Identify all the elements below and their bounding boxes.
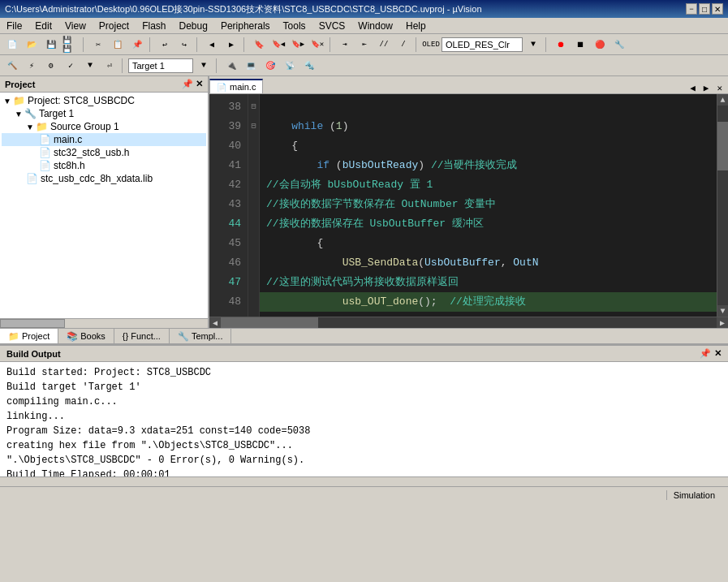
- target-dropdown[interactable]: ▼: [195, 58, 213, 74]
- close-button[interactable]: ✕: [712, 3, 723, 15]
- run-button[interactable]: ⏺: [552, 37, 570, 53]
- combo-arrow[interactable]: ▼: [524, 37, 542, 53]
- editor-hscrollbar[interactable]: ◀ ▶: [209, 317, 728, 328]
- uncomment-button[interactable]: /: [394, 37, 412, 53]
- menu-debug[interactable]: Debug: [173, 19, 214, 33]
- project-close-button[interactable]: ✕: [196, 79, 203, 89]
- tab-functs[interactable]: {} Funct...: [114, 329, 170, 343]
- menu-project[interactable]: Project: [93, 19, 136, 33]
- settings-btn[interactable]: ⚙: [42, 58, 60, 74]
- project-panel-controls: 📌 ✕: [182, 79, 203, 89]
- tree-item-stc32[interactable]: 📄 stc32_stc8_usb.h: [2, 146, 206, 159]
- oled-btn[interactable]: OLED: [422, 37, 440, 53]
- build-btn-2[interactable]: 🔨: [3, 58, 21, 74]
- target-arrow-btn[interactable]: ▼: [81, 58, 99, 74]
- open-file-button[interactable]: 📂: [23, 37, 41, 53]
- tab-project[interactable]: 📁 Project: [0, 329, 58, 343]
- save-button[interactable]: 💾: [42, 37, 60, 53]
- unindent-button[interactable]: ⇤: [355, 37, 373, 53]
- menu-view[interactable]: View: [58, 19, 93, 33]
- project-hscrollbar[interactable]: [0, 318, 208, 328]
- status-bar: Simulation: [0, 486, 728, 502]
- target-name-input[interactable]: Target 1: [128, 58, 193, 73]
- hscroll-thumb[interactable]: [221, 317, 318, 328]
- vscroll-down-button[interactable]: ▼: [717, 305, 729, 317]
- tab-main-c[interactable]: 📄 main.c: [209, 79, 263, 93]
- redo-button[interactable]: ↪: [175, 37, 193, 53]
- fold-39[interactable]: ⊟: [248, 97, 259, 117]
- bookmark-prev-button[interactable]: 🔖◀: [269, 37, 287, 53]
- target-combo[interactable]: OLED_RES_Clr: [442, 37, 523, 52]
- target1-label: Target 1: [39, 108, 74, 119]
- nav-forward-button[interactable]: ▶: [222, 37, 240, 53]
- target3-btn[interactable]: 🎯: [261, 58, 279, 74]
- menu-svcs[interactable]: SVCS: [312, 19, 352, 33]
- flash-btn[interactable]: ⚡: [23, 58, 41, 74]
- stop-button[interactable]: ⏹: [571, 37, 589, 53]
- new-file-button[interactable]: 📄: [3, 37, 21, 53]
- tab-nav-right[interactable]: ▶: [701, 83, 712, 93]
- tree-item-project-root[interactable]: ▼ 📁 Project: STC8_USBCDC: [2, 94, 206, 107]
- hscroll-right-btn[interactable]: ▶: [717, 317, 728, 329]
- indent-button[interactable]: ⇥: [336, 37, 354, 53]
- tab-books[interactable]: 📚 Books: [58, 329, 114, 343]
- bookmark-button[interactable]: 🔖: [250, 37, 268, 53]
- books-tab-label: Books: [80, 331, 106, 341]
- bookmark-clear-button[interactable]: 🔖✕: [308, 37, 326, 53]
- editor-close-button[interactable]: ✕: [714, 83, 725, 93]
- check-btn[interactable]: ✓: [62, 58, 80, 74]
- tree-item-main-c[interactable]: 📄 main.c: [2, 133, 206, 146]
- menu-help[interactable]: Help: [399, 19, 433, 33]
- port-btn[interactable]: 🔌: [222, 58, 240, 74]
- editor-tab-bar: 📄 main.c ◀ ▶ ✕: [209, 76, 728, 94]
- comment-button[interactable]: //: [375, 37, 393, 53]
- minimize-button[interactable]: －: [686, 3, 697, 15]
- device-btn[interactable]: 💻: [242, 58, 260, 74]
- build-output-content[interactable]: Build started: Project: STC8_USBCDC Buil…: [0, 362, 728, 476]
- build-line-8: Build Time Elapsed: 00:00:01: [6, 468, 722, 476]
- menu-window[interactable]: Window: [351, 19, 399, 33]
- run-stop-btn[interactable]: ⏎: [101, 58, 118, 74]
- bookmark-next-button[interactable]: 🔖▶: [289, 37, 307, 53]
- tree-item-lib[interactable]: 📄 stc_usb_cdc_8h_xdata.lib: [2, 172, 206, 185]
- line-num-46: 46: [216, 253, 241, 273]
- paste-button[interactable]: 📌: [128, 37, 146, 53]
- templ-tab-icon: 🔧: [178, 331, 189, 342]
- maximize-button[interactable]: □: [699, 3, 710, 15]
- fold-44[interactable]: ⊟: [248, 117, 259, 136]
- code-line-38: while (1): [266, 120, 348, 132]
- line-num-39: 39: [216, 117, 241, 136]
- save-all-button[interactable]: 💾💾: [62, 37, 80, 53]
- code-content[interactable]: while (1) { if (bUsbOutReady) //当硬件接收完成 …: [260, 94, 717, 317]
- toolbar2-sep-1: [122, 58, 125, 73]
- build-line-4: linking...: [6, 409, 722, 424]
- tree-item-stc8h[interactable]: 📄 stc8h.h: [2, 159, 206, 172]
- tab-nav-left[interactable]: ◀: [687, 83, 698, 93]
- menu-tools[interactable]: Tools: [277, 19, 312, 33]
- plugin-btn[interactable]: 🔩: [300, 58, 318, 74]
- build-output-close[interactable]: ✕: [714, 348, 722, 359]
- editor-vscrollbar[interactable]: ▲ ▼: [717, 94, 728, 317]
- tree-item-target1[interactable]: ▼ 🔧 Target 1: [2, 107, 206, 120]
- stc32-file-icon: 📄: [39, 147, 51, 158]
- copy-button[interactable]: 📋: [109, 37, 127, 53]
- vscroll-up-button[interactable]: ▲: [717, 94, 729, 106]
- tab-templ[interactable]: 🔧 Templ...: [170, 329, 232, 343]
- build-output-pin[interactable]: 📌: [700, 348, 711, 359]
- menu-peripherals[interactable]: Peripherals: [214, 19, 277, 33]
- debug2-btn[interactable]: 🔧: [610, 37, 628, 53]
- build-line-3: compiling main.c...: [6, 394, 722, 409]
- tree-item-source-group[interactable]: ▼ 📁 Source Group 1: [2, 120, 206, 133]
- menu-edit[interactable]: Edit: [28, 19, 58, 33]
- build-hscrollbar[interactable]: [0, 476, 728, 486]
- nav-back-button[interactable]: ◀: [203, 37, 221, 53]
- hscroll-left-btn[interactable]: ◀: [209, 317, 221, 329]
- project-pin-button[interactable]: 📌: [182, 79, 193, 89]
- scope-btn[interactable]: 📡: [281, 58, 299, 74]
- step-button[interactable]: 🔴: [591, 37, 609, 53]
- menu-file[interactable]: File: [0, 19, 28, 33]
- menu-flash[interactable]: Flash: [136, 19, 172, 33]
- vscroll-thumb[interactable]: [717, 122, 728, 170]
- undo-button[interactable]: ↩: [156, 37, 174, 53]
- cut-button[interactable]: ✂: [89, 37, 107, 53]
